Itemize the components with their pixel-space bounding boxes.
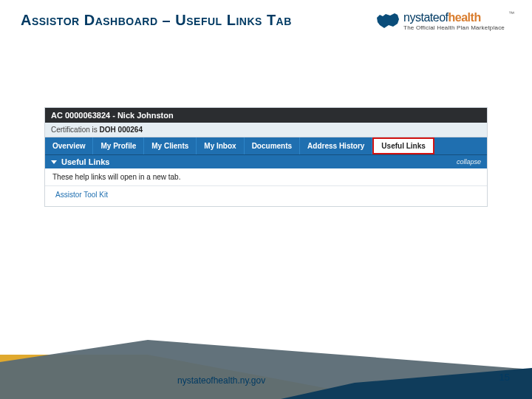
collapse-link[interactable]: collapse (457, 158, 481, 166)
footer-url: nystateofhealth.ny.gov (177, 375, 265, 386)
chevron-down-icon (51, 160, 57, 164)
certification-row: Certification is DOH 000264 (45, 123, 487, 137)
slide-title: Assistor Dashboard – Useful Links Tab (21, 12, 292, 29)
page-number: 15 (499, 372, 510, 383)
logo-main: nystateofhealth (403, 11, 505, 24)
section-header: Useful Links collapse (45, 155, 487, 168)
assistor-toolkit-link[interactable]: Assistor Tool Kit (45, 186, 487, 206)
cert-label: Certification is (51, 126, 98, 134)
tab-address-history[interactable]: Address History (300, 137, 372, 154)
trademark-symbol: ™ (508, 10, 514, 17)
section-title: Useful Links (61, 157, 109, 166)
account-header: AC 0000063824 - Nick Johnston (45, 108, 487, 123)
dashboard-screenshot: AC 0000063824 - Nick Johnston Certificat… (44, 107, 488, 207)
tab-my-inbox[interactable]: My Inbox (197, 137, 244, 154)
logo-tagline: The Official Health Plan Marketplace (403, 24, 505, 31)
tab-useful-links[interactable]: Useful Links (372, 137, 434, 154)
ny-state-icon (375, 10, 400, 31)
logo-accent: health (449, 11, 481, 24)
tab-documents[interactable]: Documents (245, 137, 300, 154)
footer-decoration (0, 332, 532, 399)
logo-text: nystateofhealth The Official Health Plan… (403, 11, 505, 31)
brand-logo: nystateofhealth The Official Health Plan… (375, 10, 514, 31)
section-note: These help links will open in a new tab. (45, 168, 487, 186)
tab-my-clients[interactable]: My Clients (144, 137, 197, 154)
tab-my-profile[interactable]: My Profile (93, 137, 144, 154)
tab-overview[interactable]: Overview (45, 137, 93, 154)
cert-value: DOH 000264 (100, 126, 143, 134)
tab-bar: Overview My Profile My Clients My Inbox … (45, 137, 487, 155)
logo-pre: nystateof (403, 11, 448, 24)
